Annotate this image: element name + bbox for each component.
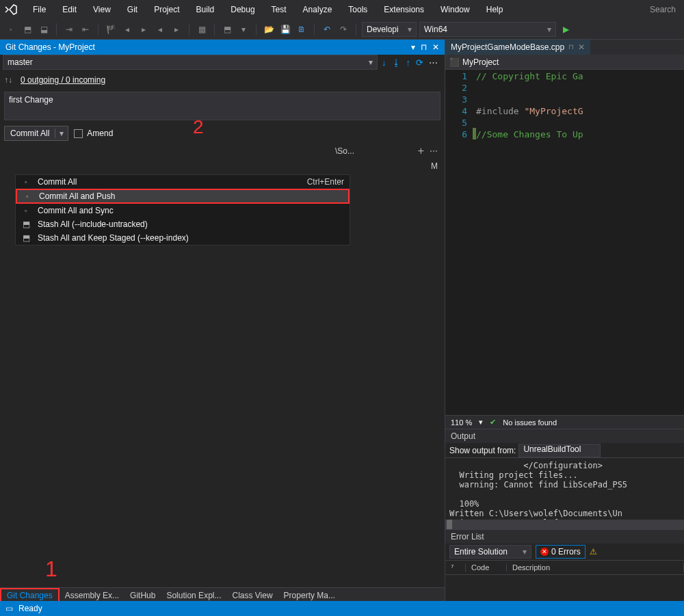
output-source-combo[interactable]: UnrealBuildTool [518,444,601,457]
menu-git[interactable]: Git [119,0,146,19]
dd-label: Commit All and Sync [38,206,114,215]
dd-commit-all-push[interactable]: ◦ Commit All and Push [16,189,350,204]
status-text: Ready [18,604,42,613]
amend-checkbox[interactable]: Amend [74,129,113,138]
zoom-level[interactable]: 110 % [451,418,472,427]
tab-label: MyProjectGameModeBase.cpp [451,40,564,55]
push-icon[interactable]: ↑ [406,57,411,68]
commit-icon: ◦ [21,206,31,215]
more-icon[interactable]: ⋯ [430,146,438,156]
bookmark-icon[interactable]: 🏴 [104,23,118,36]
new-icon[interactable]: ⬒ [220,23,234,36]
dd-stash-all[interactable]: ⬒ Stash All (--include-untracked) [16,217,350,231]
error-columns: ⁷ Code Description [445,560,684,575]
col-description[interactable]: Description [507,563,684,572]
separator [214,23,215,36]
more-icon[interactable]: ⋯ [429,57,438,68]
dd-label: Commit All [38,177,77,187]
menu-window[interactable]: Window [432,0,478,19]
errors-filter-button[interactable]: ✕ 0 Errors [536,545,586,559]
statusbar-icon: ▭ [5,604,13,613]
menu-project[interactable]: Project [146,0,187,19]
fetch-icon[interactable]: ↓ [382,57,386,68]
commit-all-button[interactable]: Commit All ▾ [4,126,68,141]
separator [256,23,256,36]
config-combo[interactable]: Developi ▾ [362,22,417,37]
menu-debug[interactable]: Debug [222,0,263,19]
dd-stash-keep[interactable]: ⬒ Stash All and Keep Staged (--keep-inde… [16,231,350,245]
commit-btn-label: Commit All [5,129,55,138]
config-label: Developi [367,25,399,34]
commit-dropdown-toggle[interactable]: ▾ [55,129,68,138]
menu-view[interactable]: View [85,0,119,19]
menu-test[interactable]: Test [263,0,295,19]
col-icon[interactable]: ⁷ [445,563,466,572]
menu-extensions[interactable]: Extensions [376,0,432,19]
vs-logo-icon [3,1,19,18]
editor-status: 110 % ▾ ✔ No issues found [445,415,684,429]
back-icon[interactable]: ◦ [4,23,18,36]
bm2-icon[interactable]: ◂ [120,23,134,36]
dd-commit-all[interactable]: ◦ Commit All Ctrl+Enter [16,175,350,189]
error-badge-icon: ✕ [540,548,549,556]
bm3-icon[interactable]: ▸ [137,23,150,36]
cpp-icon: ⬛ [449,57,460,67]
error-list-panel: Error List Entire Solution ▾ ✕ 0 Errors … [445,529,684,602]
branch-selector[interactable]: master ▾ [3,55,378,70]
error-scope-combo[interactable]: Entire Solution ▾ [449,545,531,559]
scrollbar[interactable] [445,520,684,529]
grid-icon[interactable]: ▦ [195,23,209,36]
changes-file[interactable]: \So... [335,146,354,156]
col-code[interactable]: Code [466,563,507,572]
separator [356,23,356,36]
pin-icon[interactable]: ⊓ [421,42,427,52]
menu-tools[interactable]: Tools [340,0,376,19]
close-icon[interactable]: ✕ [432,42,439,52]
step-icon[interactable]: ⇥ [62,23,76,36]
platform-combo[interactable]: Win64 ▾ [419,22,556,37]
code-lines: // Copyright Epic Ga #include "MyProject… [476,70,583,415]
pull-icon[interactable]: ⭳ [392,57,401,68]
stage-plus-icon[interactable]: + [418,145,424,157]
output-text[interactable]: </Configuration> Writing project files..… [445,458,684,520]
close-icon[interactable]: ✕ [578,40,585,55]
menu-build[interactable]: Build [188,0,223,19]
search-box[interactable]: Search [644,5,681,14]
redo-icon[interactable]: ↷ [337,23,350,36]
step2-icon[interactable]: ⇤ [79,23,92,36]
bm5-icon[interactable]: ▸ [170,23,183,36]
save-icon[interactable]: 💾 [278,23,292,36]
git-title-text: Git Changes - MyProject [5,42,95,52]
sync-icon[interactable]: ⟳ [416,57,423,68]
commit-dropdown-menu: ◦ Commit All Ctrl+Enter ◦ Commit All and… [15,174,350,245]
dd-label: Stash All (--include-untracked) [38,219,148,229]
menu-help[interactable]: Help [478,0,512,19]
commit-icon: ◦ [23,191,32,201]
platform-label: Win64 [424,25,447,34]
shortcut: Ctrl+Enter [307,177,344,187]
menu-analyze[interactable]: Analyze [295,0,341,19]
play-icon[interactable]: ▶ [559,23,573,36]
code-editor[interactable]: 123456 // Copyright Epic Ga #include "My… [445,70,684,415]
pin-icon[interactable]: ⊓ [568,40,574,55]
saveall-icon[interactable]: 🗎 [295,23,308,36]
open-icon[interactable]: 📂 [262,23,276,36]
new2-icon[interactable]: ▾ [237,23,250,36]
nav2-icon[interactable]: ⬓ [37,23,51,36]
dd-commit-all-sync[interactable]: ◦ Commit All and Sync [16,204,350,217]
bm4-icon[interactable]: ◂ [153,23,167,36]
dropdown-icon[interactable]: ▾ [411,42,415,52]
undo-icon[interactable]: ↶ [320,23,334,36]
checkbox-icon [74,129,83,138]
commit-message-input[interactable]: first Change [4,92,440,120]
menu-edit[interactable]: Edit [54,0,85,19]
commit-icon: ◦ [21,177,31,187]
outgoing-link[interactable]: 0 outgoing / 0 incoming [15,74,111,86]
caret-icon[interactable]: ▾ [479,418,483,427]
warning-icon[interactable]: ⚠ [590,547,597,557]
menu-file[interactable]: File [25,0,54,19]
ok-icon: ✔ [490,418,496,427]
editor-tab[interactable]: MyProjectGameModeBase.cpp ⊓ ✕ [445,40,590,55]
nav-icon[interactable]: ⬒ [21,23,34,36]
nav-project[interactable]: MyProject [462,57,499,67]
